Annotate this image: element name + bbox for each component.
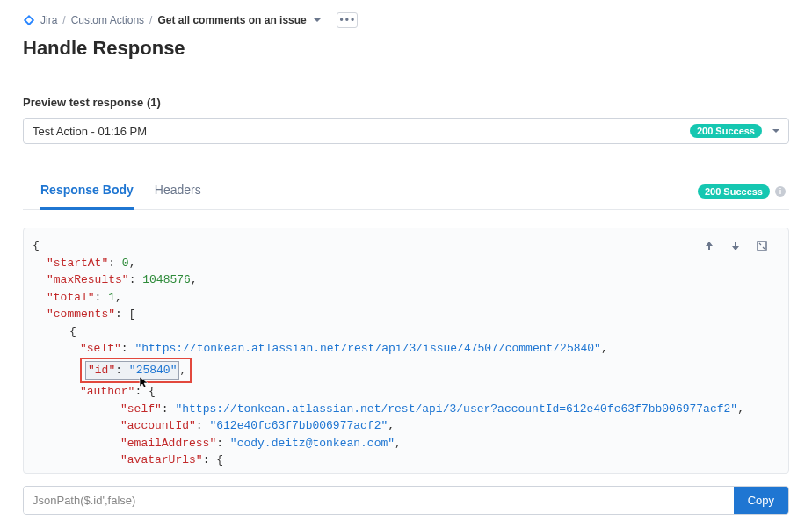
info-icon[interactable]: i bbox=[775, 186, 786, 197]
page-title: Handle Response bbox=[23, 37, 789, 60]
json-key[interactable]: "author" bbox=[80, 385, 134, 398]
status-badge: 200 Success bbox=[690, 124, 762, 138]
breadcrumb-section[interactable]: Custom Actions bbox=[71, 14, 144, 26]
chevron-down-icon bbox=[772, 129, 779, 133]
tab-headers[interactable]: Headers bbox=[155, 174, 201, 209]
json-key[interactable]: "id" bbox=[88, 364, 115, 377]
json-value[interactable]: "612e40fc63f7bb006977acf2" bbox=[209, 419, 388, 432]
status-badge: 200 Success bbox=[698, 184, 770, 199]
arrow-down-icon[interactable] bbox=[729, 239, 743, 253]
json-content[interactable]: { "startAt": 0, "maxResults": 1048576, "… bbox=[24, 228, 788, 473]
cursor-icon bbox=[138, 375, 152, 395]
json-key[interactable]: "emailAddress" bbox=[120, 437, 216, 450]
json-toolbar bbox=[702, 239, 769, 253]
json-value[interactable]: 0 bbox=[122, 257, 129, 270]
test-response-label: Test Action - 01:16 PM bbox=[33, 125, 147, 138]
breadcrumb: Jira / Custom Actions / Get all comments… bbox=[23, 12, 789, 28]
breadcrumb-sep: / bbox=[62, 14, 65, 26]
json-value[interactable]: 1 bbox=[108, 291, 115, 304]
arrow-up-icon[interactable] bbox=[702, 239, 716, 253]
json-value[interactable]: "cody.deitz@tonkean.com" bbox=[230, 437, 395, 450]
jira-icon bbox=[23, 14, 35, 26]
json-value[interactable]: "25840" bbox=[129, 364, 178, 377]
json-key[interactable]: "startAt" bbox=[47, 257, 108, 270]
divider bbox=[0, 76, 812, 76]
tab-response-body[interactable]: Response Body bbox=[40, 174, 134, 210]
more-actions-button[interactable]: ••• bbox=[337, 12, 358, 28]
breadcrumb-current[interactable]: Get all comments on an issue bbox=[157, 14, 306, 26]
tabs: Response Body Headers 200 Success i bbox=[23, 174, 789, 210]
json-key[interactable]: "self" bbox=[80, 342, 121, 355]
jsonpath-row: Copy bbox=[23, 486, 789, 515]
expand-icon[interactable] bbox=[755, 239, 769, 253]
json-key[interactable]: "48x48" bbox=[164, 471, 213, 474]
json-key[interactable]: "accountId" bbox=[120, 419, 196, 432]
json-key[interactable]: "comments" bbox=[47, 307, 115, 321]
json-value[interactable]: 1048576 bbox=[142, 273, 191, 286]
json-key[interactable]: "avatarUrls" bbox=[120, 453, 203, 467]
json-key[interactable]: "self" bbox=[120, 402, 162, 416]
highlighted-id-selection[interactable]: "id": "25840", bbox=[80, 358, 192, 384]
preview-label: Preview test response (1) bbox=[23, 96, 789, 109]
jsonpath-input[interactable] bbox=[24, 487, 734, 514]
svg-rect-0 bbox=[758, 242, 766, 250]
json-value[interactable]: "https://tonkean.atlassian.net/rest/api/… bbox=[134, 342, 601, 355]
json-value[interactable]: "https://tonkean.atlassian.net/rest/api/… bbox=[175, 402, 737, 416]
json-viewer: { "startAt": 0, "maxResults": 1048576, "… bbox=[23, 228, 789, 474]
breadcrumb-sep: / bbox=[149, 14, 152, 26]
test-response-select[interactable]: Test Action - 01:16 PM 200 Success bbox=[23, 118, 789, 144]
chevron-down-icon[interactable] bbox=[314, 18, 321, 22]
breadcrumb-root[interactable]: Jira bbox=[40, 14, 57, 26]
copy-button[interactable]: Copy bbox=[734, 487, 788, 514]
json-key[interactable]: "maxResults" bbox=[47, 273, 129, 286]
json-key[interactable]: "total" bbox=[47, 291, 95, 304]
